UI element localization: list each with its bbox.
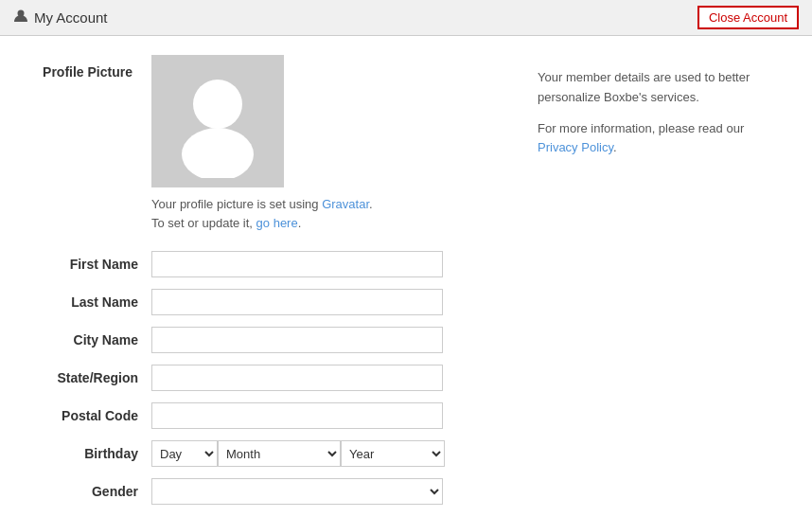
profile-picture-area: Your profile picture is set using Gravat… xyxy=(151,55,373,232)
close-account-button[interactable]: Close Account xyxy=(697,6,799,29)
gender-row: Gender MaleFemaleOtherPrefer not to say xyxy=(28,478,509,505)
birthday-selects: Day1234567891011121314151617181920212223… xyxy=(151,440,445,467)
user-icon xyxy=(13,9,28,27)
state-region-label: State/Region xyxy=(28,370,151,385)
info-para-2: For more information, please read our Pr… xyxy=(538,119,784,159)
svg-point-2 xyxy=(182,128,254,178)
info-para-2-before: For more information, please read our xyxy=(538,121,744,135)
first-name-input[interactable] xyxy=(151,251,443,277)
postal-code-input[interactable] xyxy=(151,402,443,429)
gender-label: Gender xyxy=(28,484,151,499)
go-here-link[interactable]: go here xyxy=(256,216,298,230)
city-name-label: City Name xyxy=(28,332,151,348)
birthday-month-select[interactable]: MonthJanuaryFebruaryMarchAprilMayJuneJul… xyxy=(218,440,341,467)
page-header: My Account Close Account xyxy=(0,0,812,36)
gender-select[interactable]: MaleFemaleOtherPrefer not to say xyxy=(151,478,443,505)
postal-code-row: Postal Code xyxy=(28,402,509,429)
state-region-row: State/Region xyxy=(28,365,509,391)
privacy-policy-link[interactable]: Privacy Policy xyxy=(538,140,613,154)
city-name-input[interactable] xyxy=(151,327,443,353)
profile-picture-description: Your profile picture is set using Gravat… xyxy=(151,195,373,232)
info-section: Your member details are used to better p… xyxy=(538,55,784,516)
profile-picture-row: Profile Picture Your profile picture is … xyxy=(28,55,509,232)
avatar xyxy=(151,55,284,187)
info-para-2-after: . xyxy=(613,140,617,154)
state-region-input[interactable] xyxy=(151,365,443,391)
postal-code-label: Postal Code xyxy=(28,408,151,423)
last-name-input[interactable] xyxy=(151,289,443,315)
gravatar-text-after: . xyxy=(369,197,373,211)
gravatar-text-before: Your profile picture is set using xyxy=(151,197,322,211)
update-text-before: To set or update it, xyxy=(151,216,256,230)
birthday-day-select[interactable]: Day1234567891011121314151617181920212223… xyxy=(151,440,218,467)
last-name-row: Last Name xyxy=(28,289,509,315)
birthday-label: Birthday xyxy=(28,446,151,461)
page-title: My Account xyxy=(34,9,108,26)
update-text-after: . xyxy=(298,216,302,230)
profile-picture-label: Profile Picture xyxy=(28,55,132,80)
birthday-year-select[interactable]: Year202620252024202320222021202020192018… xyxy=(341,440,445,467)
main-content: Profile Picture Your profile picture is … xyxy=(0,36,812,517)
gravatar-link[interactable]: Gravatar xyxy=(322,197,369,211)
first-name-label: First Name xyxy=(28,257,151,272)
form-section: Profile Picture Your profile picture is … xyxy=(28,55,509,516)
header-title-area: My Account xyxy=(13,9,108,27)
birthday-row: Birthday Day1234567891011121314151617181… xyxy=(28,440,509,467)
city-name-row: City Name xyxy=(28,327,509,353)
svg-point-1 xyxy=(193,80,242,129)
last-name-label: Last Name xyxy=(28,294,151,310)
info-para-1: Your member details are used to better p… xyxy=(538,68,784,108)
first-name-row: First Name xyxy=(28,251,509,277)
